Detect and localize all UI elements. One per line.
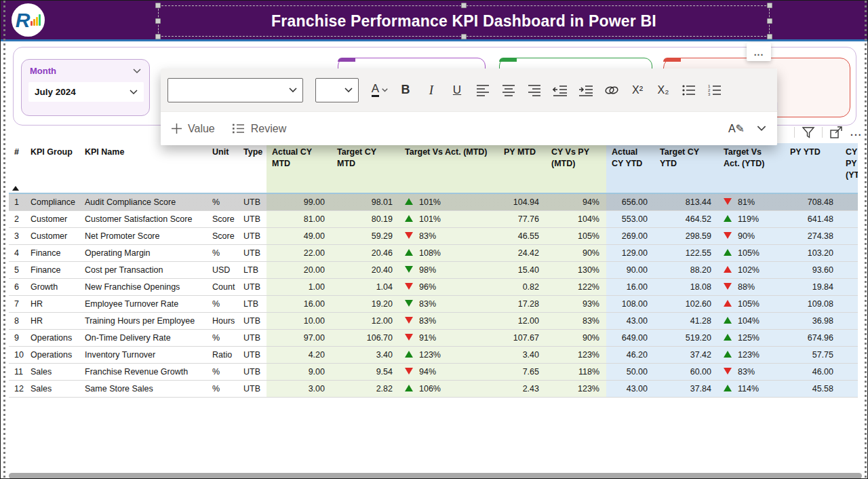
column-header[interactable]: Target CY YTD: [654, 143, 718, 193]
table-cell: UTB: [238, 329, 267, 346]
filter-icon[interactable]: [802, 126, 815, 139]
increase-indent-button[interactable]: [574, 79, 597, 102]
table-cell: 104%: [546, 210, 606, 227]
align-center-button[interactable]: [497, 79, 520, 102]
column-header[interactable]: PY YTD: [785, 143, 840, 193]
column-header[interactable]: CY Vs PY (MTD): [546, 143, 606, 193]
visual-more-options-button[interactable]: ...: [850, 127, 863, 138]
title-textbox-selection[interactable]: Franchise Performance KPI Dashboard in P…: [158, 5, 770, 37]
table-cell: 125%: [718, 329, 785, 346]
table-row[interactable]: 6GrowthNew Franchise OpeningsCountUTB1.0…: [9, 278, 858, 295]
table-row[interactable]: 9OperationsOn-Time Delivery Rate%UTB97.0…: [9, 329, 858, 346]
add-value-button[interactable]: Value: [172, 123, 215, 135]
text-style-icon[interactable]: A✎: [728, 122, 745, 135]
table-row[interactable]: 2CustomerCustomer Satisfaction ScoreScor…: [9, 210, 858, 227]
selection-handle[interactable]: [155, 18, 161, 24]
font-name-dropdown[interactable]: [167, 78, 303, 102]
table-cell: On-Time Delivery Rate: [79, 329, 207, 346]
selection-handle[interactable]: [155, 3, 161, 8]
table-cell: 96%: [399, 278, 498, 295]
scrollbar-thumb[interactable]: [9, 473, 862, 479]
align-left-button[interactable]: [471, 79, 494, 102]
svg-text:3: 3: [708, 92, 711, 96]
hyperlink-icon[interactable]: [600, 79, 623, 102]
focus-mode-icon[interactable]: [829, 126, 844, 139]
card-accent: [663, 58, 681, 62]
table-row[interactable]: 10OperationsInventory TurnoverRatioUTB4.…: [9, 346, 858, 363]
table-row[interactable]: 7HREmployee Turnover Rate%LTB16.0019.208…: [9, 295, 858, 312]
superscript-button[interactable]: X²: [626, 79, 649, 102]
divider: [794, 127, 795, 138]
table-cell: [840, 193, 858, 210]
table-cell: 2.82: [332, 380, 399, 397]
table-row[interactable]: 4FinanceOperating Margin%UTB22.0020.4610…: [9, 244, 858, 261]
column-header[interactable]: Target Vs Act. (YTD): [718, 143, 785, 193]
align-right-button[interactable]: [523, 79, 546, 102]
bullet-list-button[interactable]: [677, 79, 701, 102]
table-cell: 19.84: [785, 278, 840, 295]
table-cell: 1.00: [267, 278, 332, 295]
table-row[interactable]: 12SalesSame Store Sales%UTB3.002.82106%2…: [9, 380, 858, 397]
table-cell: 17.28: [498, 295, 546, 312]
column-header[interactable]: CY Vs PY (YTD): [840, 143, 858, 193]
table-cell: 105%: [718, 295, 785, 312]
table-row[interactable]: 5FinanceCost per TransactionUSDLTB20.002…: [9, 261, 858, 278]
selection-handle[interactable]: [767, 34, 772, 39]
table-cell: 97.00: [267, 329, 332, 346]
selection-handle[interactable]: [767, 18, 772, 24]
table-cell: 108.00: [606, 295, 654, 312]
font-color-button[interactable]: A: [368, 79, 391, 102]
column-header[interactable]: PY MTD: [498, 143, 546, 193]
table-cell: 16.00: [606, 278, 654, 295]
column-header[interactable]: Actual CY YTD: [606, 143, 654, 193]
table-cell: 3.00: [267, 380, 332, 397]
column-header[interactable]: Type: [238, 143, 267, 193]
divider: [822, 127, 823, 138]
selection-handle[interactable]: [767, 3, 772, 8]
column-header[interactable]: KPI Name: [79, 143, 207, 193]
table-row[interactable]: 11SalesFranchise Revenue Growth%UTB9.009…: [9, 363, 858, 380]
selection-handle[interactable]: [461, 3, 467, 8]
dashboard-page: R Franchise Performance KPI Dashboard in…: [0, 0, 868, 479]
kpi-down-arrow-icon: [405, 266, 413, 273]
table-row[interactable]: 8HRTraining Hours per EmployeeHoursUTB10…: [9, 312, 858, 329]
subscript-button[interactable]: X₂: [652, 79, 675, 102]
table-cell: HR: [25, 312, 79, 329]
font-size-dropdown[interactable]: [315, 78, 359, 102]
visual-header: ...: [794, 126, 863, 139]
column-header[interactable]: Target CY MTD: [332, 143, 399, 193]
kpi-down-arrow-icon: [724, 198, 732, 205]
kpi-up-arrow-icon: [724, 351, 732, 358]
table-cell: 2.43: [498, 380, 546, 397]
numbered-list-button[interactable]: 123: [703, 79, 726, 102]
underline-button[interactable]: U: [446, 79, 469, 102]
table-cell: 88.20: [654, 261, 718, 278]
table-cell: 90%: [546, 329, 606, 346]
month-dropdown[interactable]: July 2024: [28, 82, 144, 102]
decrease-indent-button[interactable]: [549, 79, 572, 102]
selection-handle[interactable]: [155, 34, 161, 39]
italic-button[interactable]: I: [420, 79, 443, 102]
table-cell: 7.65: [498, 363, 546, 380]
column-header[interactable]: Actual CY MTD: [267, 143, 332, 193]
kpi-table-visual[interactable]: #KPI GroupKPI NameUnitTypeActual CY MTDT…: [9, 143, 858, 470]
review-button[interactable]: Review: [233, 123, 286, 135]
chevron-down-icon[interactable]: [757, 126, 766, 132]
kpi-up-arrow-icon: [724, 266, 732, 273]
table-cell: 98.01: [332, 193, 399, 210]
column-header[interactable]: KPI Group: [25, 143, 79, 193]
table-row[interactable]: 1ComplianceAudit Compliance Score%UTB99.…: [9, 193, 858, 210]
column-header[interactable]: #: [9, 143, 25, 193]
table-cell: 119%: [718, 210, 785, 227]
column-header[interactable]: Unit: [207, 143, 238, 193]
chevron-down-icon[interactable]: [133, 69, 141, 74]
horizontal-scrollbar[interactable]: [1, 472, 868, 479]
more-options-button[interactable]: ...: [747, 43, 771, 61]
column-header[interactable]: Target Vs Act. (MTD): [399, 143, 498, 193]
table-row[interactable]: 3CustomerNet Promoter ScoreScoreUTB49.00…: [9, 227, 858, 244]
kpi-table: #KPI GroupKPI NameUnitTypeActual CY MTDT…: [9, 143, 858, 398]
table-cell: 19.20: [332, 295, 399, 312]
selection-handle[interactable]: [461, 34, 467, 39]
bold-button[interactable]: B: [394, 79, 417, 102]
table-cell: 5: [9, 261, 25, 278]
